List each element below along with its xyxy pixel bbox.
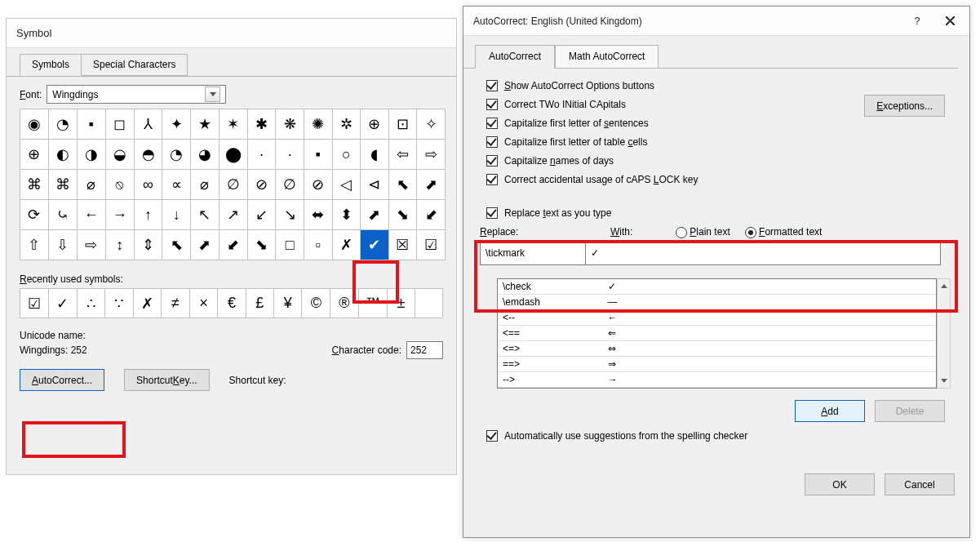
- chk-spelling-suggest[interactable]: [486, 430, 498, 442]
- symbol-cell[interactable]: ↙: [247, 200, 276, 230]
- symbol-cell[interactable]: ⬉: [162, 230, 191, 260]
- table-row[interactable]: <==⇐: [498, 326, 936, 341]
- symbol-cell[interactable]: ∞: [134, 170, 162, 200]
- symbol-cell[interactable]: ↖: [191, 200, 220, 230]
- symbol-cell[interactable]: ↕: [105, 230, 134, 260]
- chk-first-sentence[interactable]: [486, 118, 498, 129]
- symbol-cell[interactable]: ∅: [276, 170, 304, 200]
- symbol-cell[interactable]: ▫: [304, 230, 333, 260]
- symbol-cell[interactable]: ↘: [276, 200, 304, 230]
- chk-show-options[interactable]: [486, 80, 498, 91]
- symbol-cell[interactable]: ⟳: [20, 200, 49, 230]
- symbol-cell[interactable]: ⬌: [304, 200, 333, 230]
- ok-button[interactable]: OK: [805, 473, 875, 495]
- recent-symbol-cell[interactable]: ®: [330, 289, 359, 318]
- recent-symbol-cell[interactable]: €: [218, 289, 246, 318]
- symbol-cell[interactable]: ⬤: [219, 140, 247, 170]
- recent-symbol-cell[interactable]: ±: [387, 289, 415, 318]
- tab-symbols[interactable]: Symbols: [20, 54, 82, 76]
- symbol-cell[interactable]: ✔: [361, 230, 389, 260]
- symbol-cell[interactable]: ◓: [134, 140, 162, 170]
- symbol-cell[interactable]: ○: [332, 140, 361, 170]
- symbol-cell[interactable]: ⊘: [304, 170, 333, 200]
- chk-days[interactable]: [486, 155, 498, 167]
- symbol-cell[interactable]: →: [105, 200, 134, 230]
- recent-symbol-cell[interactable]: ¥: [274, 289, 302, 318]
- symbol-cell[interactable]: ▪: [77, 109, 105, 140]
- symbol-cell[interactable]: ✶: [219, 109, 247, 140]
- symbol-cell[interactable]: ⇕: [134, 230, 162, 260]
- symbol-cell[interactable]: ◻: [105, 109, 134, 140]
- symbol-cell[interactable]: ∅: [219, 170, 247, 200]
- recent-symbol-cell[interactable]: ∴: [77, 289, 104, 318]
- symbol-cell[interactable]: ⇨: [417, 140, 446, 170]
- symbol-cell[interactable]: ✱: [247, 109, 276, 140]
- symbol-cell[interactable]: ✧: [417, 109, 446, 140]
- symbol-cell[interactable]: ⤿: [48, 200, 77, 230]
- cancel-button[interactable]: Cancel: [885, 473, 955, 495]
- symbol-cell[interactable]: ∝: [162, 170, 191, 200]
- symbol-cell[interactable]: ◔: [162, 140, 191, 170]
- symbol-cell[interactable]: ⅄: [134, 109, 162, 140]
- symbol-cell[interactable]: ⌘: [20, 170, 49, 200]
- symbol-cell[interactable]: ⌀: [77, 170, 105, 200]
- recent-symbol-cell[interactable]: £: [246, 289, 273, 318]
- tab-autocorrect[interactable]: AutoCorrect: [475, 45, 555, 69]
- symbol-cell[interactable]: ✦: [162, 109, 191, 140]
- symbol-cell[interactable]: ⊘: [247, 170, 276, 200]
- symbol-cell[interactable]: ⬋: [417, 200, 446, 230]
- symbol-cell[interactable]: ↑: [134, 200, 162, 230]
- symbol-grid[interactable]: ◉◔▪◻⅄✦★✶✱❋✺✲⊕⊡✧⊕◐◑◒◓◔◕⬤·∙▪○◖⇦⇨⌘⌘⌀⍉∞∝⌀∅⊘∅…: [20, 109, 446, 260]
- symbol-cell[interactable]: ⊡: [388, 109, 417, 140]
- table-row[interactable]: <--←: [498, 310, 936, 326]
- recent-symbol-cell[interactable]: ∵: [105, 289, 133, 318]
- symbol-cell[interactable]: ⬊: [247, 230, 276, 260]
- symbol-cell[interactable]: □: [276, 230, 304, 260]
- chk-two-initial[interactable]: [486, 99, 498, 110]
- font-select[interactable]: Wingdings: [47, 85, 226, 104]
- symbol-cell[interactable]: ⇨: [77, 230, 105, 260]
- recent-symbol-cell[interactable]: ≠: [162, 289, 189, 318]
- symbol-cell[interactable]: ⬍: [332, 200, 361, 230]
- symbol-cell[interactable]: ·: [247, 140, 276, 170]
- table-row[interactable]: <=>⇔: [498, 341, 936, 357]
- font-dropdown-button[interactable]: [205, 87, 220, 102]
- scroll-down-button[interactable]: [938, 374, 950, 388]
- scroll-up-button[interactable]: [938, 279, 950, 293]
- symbol-cell[interactable]: ⬈: [191, 230, 220, 260]
- symbol-cell[interactable]: ⬈: [361, 200, 389, 230]
- symbol-cell[interactable]: ↗: [219, 200, 247, 230]
- symbol-cell[interactable]: ↓: [162, 200, 191, 230]
- symbol-cell[interactable]: ⇩: [48, 230, 77, 260]
- replace-input[interactable]: \tickmark: [480, 241, 586, 265]
- symbol-cell[interactable]: ←: [77, 200, 105, 230]
- symbol-cell[interactable]: ▪: [304, 140, 333, 170]
- symbol-cell[interactable]: ❋: [276, 109, 304, 140]
- symbol-cell[interactable]: ◉: [20, 109, 49, 140]
- scrollbar[interactable]: [937, 278, 951, 389]
- symbol-cell[interactable]: ☑: [417, 230, 446, 260]
- table-row[interactable]: -->→: [498, 372, 936, 388]
- symbol-cell[interactable]: ⇦: [388, 140, 417, 170]
- recent-symbol-cell[interactable]: ×: [189, 289, 217, 318]
- tab-special-characters[interactable]: Special Characters: [82, 54, 188, 76]
- exceptions-button[interactable]: Exceptions...: [864, 95, 945, 117]
- recent-symbol-cell[interactable]: ☑: [20, 289, 49, 318]
- symbol-cell[interactable]: ★: [191, 109, 220, 140]
- char-code-input[interactable]: 252: [406, 341, 443, 359]
- symbol-cell[interactable]: ◁: [332, 170, 361, 200]
- with-input[interactable]: ✓: [585, 241, 941, 265]
- symbol-cell[interactable]: ◑: [77, 140, 105, 170]
- table-row[interactable]: \check✓: [498, 279, 936, 295]
- symbol-cell[interactable]: ✺: [304, 109, 333, 140]
- table-row[interactable]: \emdash—: [498, 295, 936, 310]
- symbol-cell[interactable]: ◕: [191, 140, 220, 170]
- recent-symbol-cell[interactable]: ©: [302, 289, 330, 318]
- symbol-cell[interactable]: ☒: [388, 230, 417, 260]
- symbol-cell[interactable]: ⬉: [388, 170, 417, 200]
- recent-symbol-cell[interactable]: ™: [358, 289, 387, 318]
- chk-first-table[interactable]: [486, 136, 498, 148]
- add-button[interactable]: Add: [795, 400, 865, 422]
- symbol-cell[interactable]: ⇧: [20, 230, 49, 260]
- chk-replace-typing[interactable]: [486, 207, 498, 219]
